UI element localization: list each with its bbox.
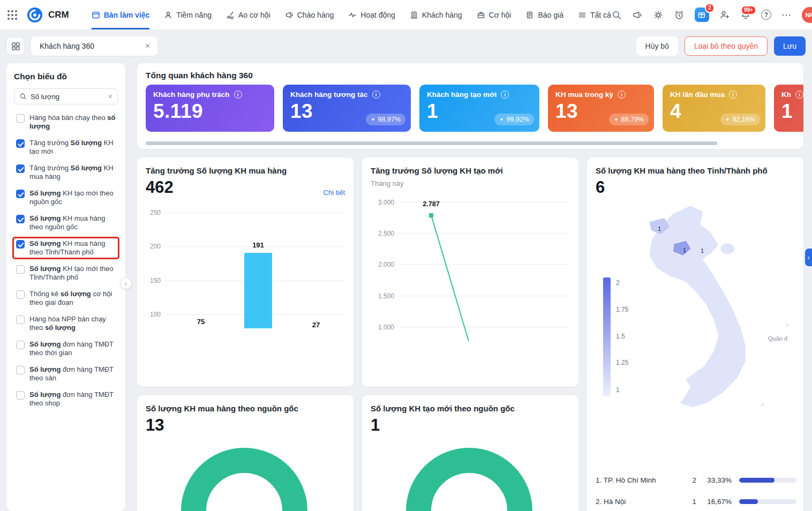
checkbox-icon[interactable] (16, 215, 25, 223)
kpi-card-5: Khi 1 ▼ (774, 85, 803, 132)
chart-title: Tăng trưởng Số lượng KH tạo mới (371, 166, 503, 175)
checkbox-icon[interactable] (16, 114, 25, 123)
dashboard-list-icon[interactable] (6, 37, 25, 55)
more-icon[interactable]: ⋯ (781, 10, 792, 20)
bar-label-1: 191 (242, 241, 274, 249)
chart-option-label: Thống kê số lượng cơ hội theo giai đoạn (29, 290, 116, 307)
menu-icon (578, 11, 587, 19)
nav-label: Cơ hội (489, 11, 512, 19)
chart-option-10[interactable]: Số lượng đơn hàng TMĐT theo sàn (14, 364, 118, 384)
chart-subtitle: Tháng này (371, 179, 403, 187)
chart-option-6[interactable]: Số lượng KH tạo mới theo Tỉnh/Thành phố (14, 264, 118, 283)
gridline (400, 296, 570, 296)
dashboard-tab[interactable]: Khách hàng 360 × (31, 36, 157, 56)
chart-option-1[interactable]: Tăng trưởng Số lượng KH tạo mới (14, 138, 118, 157)
search-input[interactable] (31, 93, 104, 101)
legend-tick: 2 (616, 279, 620, 287)
info-icon[interactable]: i (501, 91, 509, 99)
checkbox-icon[interactable] (16, 139, 25, 148)
clear-search-icon[interactable]: × (108, 92, 112, 101)
checkbox-icon[interactable] (16, 164, 25, 173)
donut-ring-1 (406, 448, 532, 511)
remove-by-permission-button[interactable]: Loại bỏ theo quyền (685, 36, 768, 56)
ranking-bar (739, 499, 796, 504)
chart-option-list: Hàng hóa bán chạy theo số lượng Tăng trư… (14, 112, 118, 409)
chart-option-5[interactable]: Số lượng KH mua hàng theo Tỉnh/Thành phố (14, 238, 118, 258)
trend-line (431, 215, 469, 341)
announcement-icon[interactable] (632, 10, 643, 20)
nav-item-6[interactable]: Cơ hội (477, 0, 512, 29)
briefcase-icon (477, 11, 485, 19)
chart-option-3[interactable]: Số lượng KH tạo mới theo nguồn gốc (14, 188, 118, 207)
cancel-button[interactable]: Hủy bỏ (636, 36, 678, 56)
chart-option-8[interactable]: Hàng hóa NPP bán chạy theo số lượng (14, 314, 118, 333)
search-icon[interactable] (611, 10, 622, 20)
chart-option-0[interactable]: Hàng hóa bán chạy theo số lượng (14, 112, 118, 132)
nav-item-2[interactable]: Ao cơ hội (226, 0, 270, 29)
panel-expand-button[interactable]: ‹ (805, 249, 812, 266)
gear-icon[interactable] (653, 10, 664, 20)
chart-option-9[interactable]: Số lượng đơn hàng TMĐT theo thời gian (14, 339, 118, 358)
chart-option-2[interactable]: Tăng trưởng Số lượng KH mua hàng (14, 163, 118, 182)
checkbox-icon[interactable] (16, 366, 25, 374)
info-icon[interactable]: i (234, 91, 242, 99)
chart-option-label: Hàng hóa bán chạy theo số lượng (29, 114, 116, 131)
nav-label: Bàn làm việc (104, 11, 150, 19)
nav-item-3[interactable]: Chào hàng (285, 0, 334, 29)
info-icon[interactable]: i (618, 91, 626, 99)
save-button[interactable]: Lưu (774, 36, 806, 56)
nav-item-0[interactable]: Bàn làm việc (92, 0, 150, 29)
line-chart-card: Tăng trưởng Số lượng KH tạo mới Tháng nà… (362, 157, 578, 387)
checkbox-icon[interactable] (16, 315, 25, 324)
checkbox-icon[interactable] (16, 290, 25, 299)
kpi-label: Khách hàng tạo mới (427, 91, 497, 99)
map-marker: 1 (683, 247, 686, 253)
alarm-clock-icon[interactable] (674, 10, 685, 20)
sidebar-search[interactable]: × (14, 88, 118, 104)
activity-icon (348, 11, 357, 19)
lead-icon (164, 11, 172, 19)
close-icon[interactable]: × (144, 41, 151, 51)
nav-item-1[interactable]: Tiềm năng (164, 0, 212, 29)
info-icon[interactable]: i (729, 91, 737, 99)
package-icon[interactable]: 2 (695, 7, 709, 22)
scrollbar-thumb[interactable] (146, 141, 717, 145)
help-icon[interactable]: ? (761, 10, 771, 20)
bell-icon[interactable]: 99+ (740, 10, 751, 20)
nav-item-4[interactable]: Hoạt động (348, 0, 395, 29)
trend-point-label: 2.787 (416, 200, 447, 208)
checkbox-icon[interactable] (16, 190, 25, 198)
app-launcher-icon[interactable] (7, 10, 17, 20)
gridline (400, 264, 570, 265)
checkbox-icon[interactable] (16, 265, 25, 274)
kpi-change-value: 98,97% (378, 116, 401, 123)
chart-option-11[interactable]: Số lượng đơn hàng TMĐT theo shop (14, 389, 118, 409)
toolbar-actions: Hủy bỏ Loại bỏ theo quyền Lưu (636, 36, 806, 56)
nav-item-5[interactable]: Khách hàng (410, 0, 462, 29)
checkbox-icon[interactable] (16, 391, 25, 400)
crm-logo[interactable] (27, 7, 43, 23)
nav-item-8[interactable]: Tất cả (578, 0, 611, 29)
sidebar-collapse-button[interactable]: ‹ (120, 277, 132, 289)
info-icon[interactable]: i (795, 91, 803, 99)
gridline (165, 213, 345, 213)
chart-option-4[interactable]: Số lượng KH mua hàng theo nguồn gốc (14, 213, 118, 232)
avatar[interactable]: NK (802, 7, 812, 23)
y-tick-label: 200 (139, 243, 161, 250)
search-icon (19, 93, 27, 100)
kpi-label: KH lần đầu mua (670, 91, 725, 99)
nav-item-7[interactable]: Báo giá (525, 0, 563, 29)
checkbox-icon[interactable] (16, 341, 25, 349)
chart-title: Số lượng KH tạo mới theo nguồn gốc (371, 404, 515, 413)
chart-option-7[interactable]: Thống kê số lượng cơ hội theo giai đoạn (14, 289, 118, 308)
info-icon[interactable]: i (372, 91, 380, 99)
vietnam-map-svg (606, 196, 795, 423)
gridline (400, 327, 570, 327)
add-user-icon[interactable] (719, 10, 730, 20)
kpi-change-value: 99,92% (507, 116, 529, 123)
down-arrow-icon: ▼ (725, 117, 730, 122)
ranking-percent: 33,33% (704, 476, 732, 484)
detail-link[interactable]: Chi tiết (324, 189, 345, 197)
checkbox-icon[interactable] (16, 240, 25, 249)
legend-tick: 1.75 (616, 306, 628, 313)
